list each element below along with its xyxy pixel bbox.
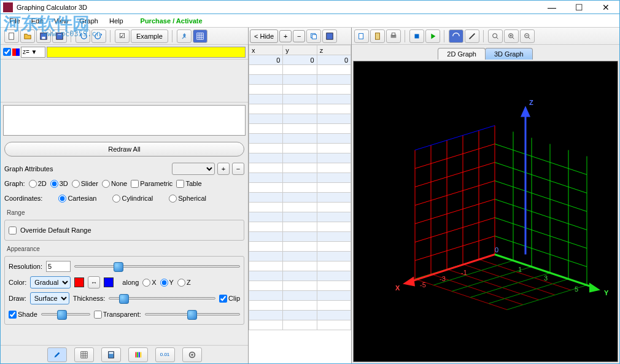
resolution-input[interactable] <box>46 261 71 272</box>
example-button[interactable]: Example <box>131 29 168 43</box>
shade-slider[interactable] <box>41 309 90 319</box>
minimize-button[interactable]: — <box>541 2 563 13</box>
color-label: Color: <box>9 279 26 286</box>
remove-attribute-button[interactable]: − <box>232 163 244 175</box>
svg-rect-19 <box>415 34 419 38</box>
table-export-button[interactable] <box>322 29 337 43</box>
cell-z0[interactable]: 0 <box>317 55 351 65</box>
tab-3d-graph[interactable]: 3D Graph <box>485 48 533 60</box>
color-start-swatch[interactable] <box>74 277 84 287</box>
stop-button[interactable] <box>409 29 424 43</box>
graph-type-none[interactable]: None <box>102 180 127 188</box>
transparent-checkbox[interactable]: Transparent: <box>94 311 141 319</box>
svg-line-26 <box>415 199 495 224</box>
cell-x0[interactable]: 0 <box>249 55 283 65</box>
palette-tool-button[interactable] <box>128 347 148 362</box>
equation-type-dropdown[interactable]: z= ▼ <box>21 47 45 58</box>
menubar: File Edit View Graph Help Purchase / Act… <box>1 14 619 28</box>
menu-graph[interactable]: Graph <box>74 16 103 26</box>
col-z[interactable]: z <box>317 45 351 55</box>
print-button[interactable] <box>386 29 401 43</box>
maximize-button[interactable]: ☐ <box>568 2 590 13</box>
zoom-in-button[interactable] <box>504 29 519 43</box>
clip-checkbox[interactable]: Clip <box>219 295 240 303</box>
pin-button[interactable] <box>177 29 192 43</box>
col-y[interactable]: y <box>283 45 317 55</box>
svg-rect-13 <box>312 34 316 39</box>
col-x[interactable]: x <box>249 45 283 55</box>
transparent-slider[interactable] <box>145 309 240 319</box>
precision-tool-button[interactable]: 0.01 <box>155 347 175 362</box>
svg-rect-0 <box>9 33 14 39</box>
svg-line-49 <box>415 279 507 310</box>
open-button[interactable] <box>20 29 35 43</box>
table-add-button[interactable]: + <box>279 30 292 42</box>
notes-area[interactable] <box>3 105 246 136</box>
attribute-preset-dropdown[interactable] <box>172 163 215 175</box>
shade-checkbox[interactable]: Shade <box>9 311 37 319</box>
table-remove-button[interactable]: − <box>293 30 305 42</box>
parametric-checkbox[interactable]: Parametric <box>131 180 172 188</box>
graph-type-slider[interactable]: Slider <box>72 180 98 188</box>
color-mode-dropdown[interactable]: Gradual <box>30 276 71 288</box>
copy-image-button[interactable] <box>354 29 369 43</box>
color-axis-x[interactable]: X <box>142 279 156 287</box>
coords-cylindrical[interactable]: Cylindrical <box>112 195 153 203</box>
menu-view[interactable]: View <box>49 16 74 26</box>
zoom-out-button[interactable] <box>520 29 535 43</box>
svg-line-41 <box>495 181 587 212</box>
svg-rect-14 <box>327 33 333 39</box>
check-toggle[interactable]: ☑ <box>115 29 130 43</box>
override-range-checkbox[interactable]: Override Default Range <box>9 224 240 236</box>
3d-axes-icon: X Y Z -5-3-1 0 135 <box>354 61 618 362</box>
table-copy-button[interactable] <box>306 29 321 43</box>
pencil-tool-button[interactable] <box>47 347 67 362</box>
svg-marker-66 <box>521 106 530 117</box>
svg-line-42 <box>495 163 587 193</box>
grid-button[interactable] <box>193 29 207 43</box>
zoom-button[interactable] <box>488 29 503 43</box>
graph-type-2d[interactable]: 2D <box>29 180 47 188</box>
svg-text:-3: -3 <box>440 275 446 282</box>
draw-mode-dropdown[interactable]: Surface <box>30 292 69 304</box>
color-axis-z[interactable]: Z <box>177 279 191 287</box>
graph-pane: 2D Graph 3D Graph <box>352 28 619 363</box>
line-mode-button[interactable] <box>465 29 479 43</box>
menu-help[interactable]: Help <box>104 16 128 26</box>
coords-spherical[interactable]: Spherical <box>169 195 206 203</box>
add-attribute-button[interactable]: + <box>217 163 230 175</box>
play-button[interactable] <box>425 29 440 43</box>
calc-tool-button[interactable] <box>101 347 121 362</box>
new-button[interactable] <box>4 29 19 43</box>
tab-2d-graph[interactable]: 2D Graph <box>438 48 486 60</box>
clipboard-button[interactable] <box>370 29 385 43</box>
swap-colors-button[interactable]: ↔ <box>88 276 100 288</box>
table-checkbox[interactable]: Table <box>176 180 201 188</box>
svg-point-20 <box>493 33 497 37</box>
settings-tool-button[interactable] <box>182 347 202 362</box>
hide-table-button[interactable]: < Hide <box>250 29 278 43</box>
close-button[interactable]: ✕ <box>595 2 617 13</box>
cell-y0[interactable]: 0 <box>283 55 317 65</box>
svg-rect-16 <box>376 33 380 39</box>
equation-enabled-checkbox[interactable] <box>3 48 11 56</box>
menu-file[interactable]: File <box>4 16 25 26</box>
3d-canvas[interactable]: X Y Z -5-3-1 0 135 <box>353 61 618 362</box>
svg-rect-8 <box>138 352 139 357</box>
color-end-swatch[interactable] <box>104 277 114 287</box>
graph-type-3d[interactable]: 3D <box>50 180 68 188</box>
grid-tool-button[interactable] <box>74 347 94 362</box>
graph-toolbar <box>352 28 619 45</box>
resolution-slider[interactable] <box>74 261 240 271</box>
thickness-slider[interactable] <box>109 293 215 303</box>
svg-text:-1: -1 <box>461 269 467 276</box>
data-table[interactable]: xyz 000 <box>249 45 351 330</box>
svg-line-43 <box>495 144 587 175</box>
coords-cartesian[interactable]: Cartesian <box>58 195 96 203</box>
menu-edit[interactable]: Edit <box>26 16 48 26</box>
rotate-mode-button[interactable] <box>449 29 463 43</box>
equation-input[interactable] <box>47 47 246 58</box>
redraw-all-button[interactable]: Redraw All <box>4 142 244 157</box>
menu-purchase-activate[interactable]: Purchase / Activate <box>136 16 207 26</box>
color-axis-y[interactable]: Y <box>160 279 174 287</box>
